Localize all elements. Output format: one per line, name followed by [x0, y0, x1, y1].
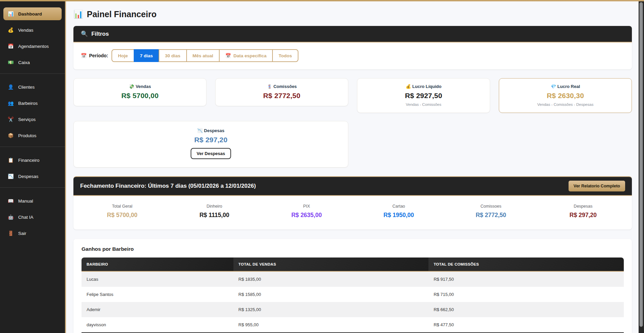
period-button-hoje[interactable]: Hoje: [111, 49, 134, 62]
total-value: R$ 1950,00: [353, 212, 445, 219]
bar-chart-icon: 📊: [8, 11, 14, 17]
sidebar-item-sair[interactable]: 🚪 Sair: [3, 227, 62, 240]
app-window: 📊 Dashboard 💰 Vendas 📅 Agendamentos 💵 Ca…: [0, 1, 644, 333]
sidebar-item-label: Vendas: [18, 28, 33, 33]
fechamento-panel: Fechamento Financeiro: Últimos 7 dias (0…: [73, 176, 632, 230]
card-despesas: 📉 Despesas R$ 297,20 Ver Despesas: [73, 121, 348, 168]
card-vendas: 💸 Vendas R$ 5700,00: [73, 78, 206, 106]
sidebar-item-clientes[interactable]: 👤 Clientes: [3, 81, 62, 93]
sidebar-item-barbeiros[interactable]: 👥 Barbeiros: [3, 97, 62, 110]
total-label: PIX: [260, 204, 353, 209]
sidebar-item-produtos[interactable]: 📦 Produtos: [3, 129, 62, 142]
filters-title: Filtros: [91, 31, 109, 37]
card-despesas-value: R$ 297,20: [78, 136, 343, 144]
barber-sales-cell: R$ 955,00: [233, 317, 429, 333]
column-header-total-vendas: TOTAL DE VENDAS: [233, 258, 429, 271]
barber-sales-cell: R$ 1325,00: [233, 302, 429, 317]
sidebar-item-servicos[interactable]: ✂️ Serviços: [3, 113, 62, 126]
filters-body: 📅 Período: Hoje 7 dias 30 dias Mês atual…: [73, 42, 632, 69]
total-label: Dinheiro: [168, 204, 261, 209]
bar-chart-icon: 📊: [73, 10, 83, 19]
ver-relatorio-completo-button[interactable]: Ver Relatorio Completo: [569, 181, 625, 191]
barber-name-cell: Ademir: [82, 302, 233, 317]
card-lucro-liquido-value: R$ 2927,50: [362, 92, 485, 100]
sidebar-item-label: Produtos: [18, 133, 36, 138]
card-vendas-value: R$ 5700,00: [78, 92, 201, 100]
card-comissoes-value: R$ 2772,50: [220, 92, 343, 100]
total-label: Despesas: [537, 204, 629, 209]
sidebar-item-chat-ia[interactable]: 🤖 Chat IA: [3, 211, 62, 223]
period-button-data-especifica[interactable]: 📅 Data específica: [219, 49, 273, 62]
scissors-icon: ✂️: [8, 117, 14, 122]
sidebar-item-financeiro[interactable]: 📋 Financeiro: [3, 154, 62, 166]
barber-name-cell: Felipe Santos: [82, 287, 233, 302]
card-lucro-liquido-subtitle: Vendas - Comissões: [362, 102, 485, 107]
total-label: Cartao: [353, 204, 445, 209]
sidebar-item-despesas[interactable]: 📉 Despesas: [3, 170, 62, 183]
barber-sales-cell: R$ 1585,00: [233, 287, 429, 302]
summary-cards: 💸 Vendas R$ 5700,00 💈 Comissões R$ 2772,…: [73, 78, 632, 168]
card-lucro-real-value: R$ 2630,30: [504, 92, 627, 100]
sidebar-item-label: Chat IA: [18, 215, 33, 220]
sidebar-item-label: Dashboard: [18, 11, 42, 17]
pix-cell: PIX R$ 2635,00: [260, 204, 353, 219]
barber-name-cell: Lucas: [82, 271, 233, 287]
sidebar-divider: [0, 73, 65, 74]
sidebar-item-dashboard[interactable]: 📊 Dashboard: [3, 7, 62, 20]
barber-sales-cell: R$ 1835,00: [233, 271, 429, 287]
money-wings-icon: 💸: [129, 84, 134, 89]
column-header-total-comissoes: TOTAL DE COMISSÕES: [428, 258, 624, 271]
money-bag-icon: 💰: [406, 84, 411, 89]
ver-despesas-button[interactable]: Ver Despesas: [191, 148, 231, 159]
total-geral-cell: Total Geral R$ 5700,00: [76, 204, 168, 219]
period-button-7-dias[interactable]: 7 dias: [134, 49, 159, 62]
sidebar-item-label: Serviços: [18, 117, 36, 122]
total-value: R$ 1115,00: [168, 212, 261, 219]
table-row: Ademir R$ 1325,00 R$ 662,50: [82, 302, 624, 317]
sidebar-item-label: Manual: [18, 199, 33, 204]
period-button-label: Data específica: [233, 53, 266, 58]
search-icon: 🔍: [81, 30, 88, 37]
column-header-barbeiro: BARBEIRO: [82, 258, 233, 271]
door-icon: 🚪: [8, 231, 14, 236]
sidebar-item-agendamentos[interactable]: 📅 Agendamentos: [3, 40, 62, 53]
person-icon: 👤: [8, 84, 14, 90]
filters-header: 🔍 Filtros: [73, 26, 632, 42]
sidebar-item-label: Despesas: [18, 174, 38, 179]
calendar-icon: 📅: [225, 53, 231, 58]
fechamento-header: Fechamento Financeiro: Últimos 7 dias (0…: [73, 176, 632, 196]
sidebar-item-label: Barbeiros: [18, 101, 38, 106]
card-title-text: Vendas: [136, 84, 151, 89]
sidebar-item-label: Clientes: [18, 85, 35, 90]
calendar-icon: 📅: [8, 43, 14, 49]
sidebar-item-label: Agendamentos: [18, 44, 49, 49]
chart-down-icon: 📉: [8, 174, 14, 179]
calendar-icon: 📅: [81, 53, 87, 58]
table-header-row: BARBEIRO TOTAL DE VENDAS TOTAL DE COMISS…: [82, 258, 624, 271]
scrollbar-thumb[interactable]: [639, 2, 643, 327]
period-button-todos[interactable]: Todos: [272, 49, 298, 62]
open-book-icon: 📖: [8, 198, 14, 204]
sidebar-divider: [0, 187, 65, 188]
card-despesas-title: 📉 Despesas: [78, 128, 343, 133]
page-title: 📊 Painel Financeiro: [73, 9, 632, 19]
vertical-scrollbar[interactable]: [639, 1, 644, 333]
sidebar-item-caixa[interactable]: 💵 Caixa: [3, 56, 62, 69]
package-icon: 📦: [8, 133, 14, 138]
page-title-text: Painel Financeiro: [87, 9, 157, 19]
cartao-cell: Cartao R$ 1950,00: [353, 204, 445, 219]
period-label-text: Período:: [89, 53, 108, 58]
card-title-text: Lucro Líquido: [412, 84, 442, 89]
sidebar-item-vendas[interactable]: 💰 Vendas: [3, 24, 62, 36]
sidebar-item-manual[interactable]: 📖 Manual: [3, 194, 62, 207]
card-title-text: Despesas: [204, 128, 225, 133]
period-button-mes-atual[interactable]: Mês atual: [186, 49, 220, 62]
period-button-30-dias[interactable]: 30 dias: [159, 49, 187, 62]
people-icon: 👥: [8, 100, 14, 106]
barber-commission-cell: R$ 477,50: [428, 317, 624, 333]
barber-pole-icon: 💈: [267, 84, 272, 89]
total-value: R$ 2635,00: [260, 212, 353, 219]
money-bag-icon: 💰: [8, 27, 14, 33]
period-button-group: Hoje 7 dias 30 dias Mês atual 📅 Data esp…: [111, 49, 298, 62]
card-lucro-real-title: 💎 Lucro Real: [504, 84, 627, 89]
